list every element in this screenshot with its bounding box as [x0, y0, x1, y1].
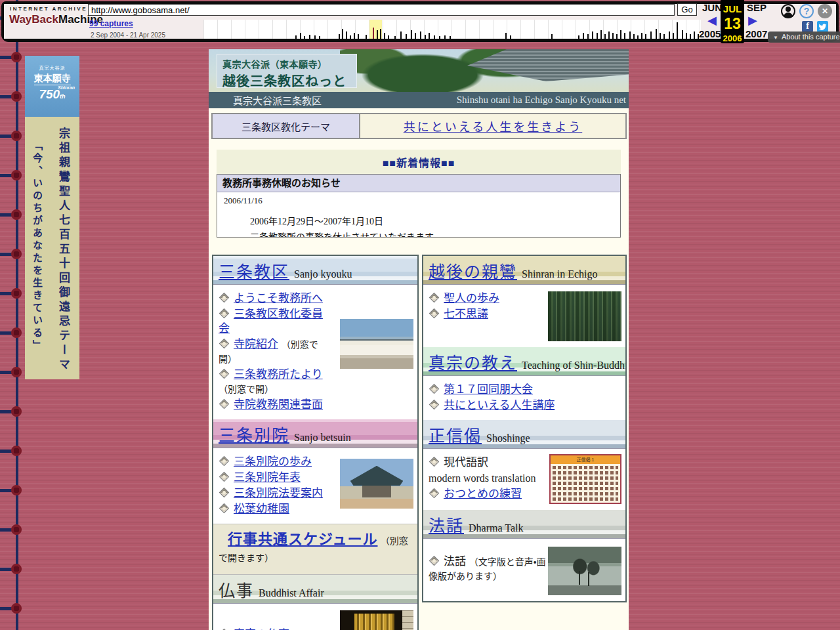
chevron-down-icon: ▼ [773, 35, 778, 41]
diamond-bullet-icon [429, 400, 440, 410]
sanjo-kyouku-body: ようこそ教務所へ 三条教区教化委員会 寺院紹介 （別窓で開） 三条教務所たより … [213, 285, 417, 419]
subtitle-english: Shinshu otani ha Echigo Sanjo Kyouku net [457, 94, 626, 106]
list-item: 三条別院の歩み [219, 455, 331, 469]
link-temple-documents[interactable]: 寺院教務関連書面 [234, 398, 323, 411]
shinran-750th-logo: 750thShinran [25, 87, 79, 102]
list-item: 法話 （文字版と音声・画像版があります） [429, 555, 548, 583]
link-matsuba-kindergarten[interactable]: 松葉幼稚園 [234, 503, 289, 515]
diamond-bullet-icon [429, 488, 440, 499]
prev-month-label[interactable]: JUN [702, 3, 722, 14]
left-column: 三条教区Sanjo kyouku ようこそ教務所へ 三条教区教化委員会 寺院紹介… [212, 255, 419, 630]
link-kyouka-committee[interactable]: 三条教区教化委員会 [219, 308, 323, 335]
section-shoshinge-header: 正信偈Shoshinge [423, 420, 625, 449]
sanjo-kyouku-subtitle: Sanjo kyouku [294, 268, 352, 280]
wayback-toolbar: INTERNET ARCHIVE WayBackMachine Go 99 ca… [1, 1, 839, 42]
new-window-note: （別窓で開） [219, 384, 274, 394]
help-icon[interactable]: ? [799, 4, 814, 18]
current-capture-block[interactable]: JUL 13 2006 [721, 0, 744, 43]
betsuin-temple-photo [340, 459, 413, 509]
diamond-bullet-icon [219, 293, 230, 303]
internet-archive-label: INTERNET ARCHIVE [9, 7, 88, 12]
link-life-course[interactable]: 共にといえる人生講座 [444, 399, 555, 411]
bamboo-forest-photo [548, 291, 621, 341]
close-toolbar-icon[interactable]: ✕ [818, 4, 832, 18]
news-box: 教務所事務休暇のお知らせ 2006/11/16 2006年12月29日～2007… [217, 174, 621, 238]
modern-translation-label: 現代語訳 [444, 456, 488, 469]
shoshinge-items: 現代語訳 modern words translation おつとめの練習 [429, 454, 548, 504]
list-item: 共にといえる人生講座 [429, 398, 621, 413]
memorial-slogan-text: 「今、いのちがあなたを生きている」 [30, 140, 44, 352]
link-temple-intro[interactable]: 寺院紹介 [234, 338, 278, 350]
sect-label: 真宗大谷派 [25, 64, 79, 71]
sanjo-betsuin-links: 三条別院の歩み 三条別院年表 三条別院法要案内 松葉幼稚園 [219, 453, 331, 518]
butsuji-body: 真宗の仏事 よくある質問 [213, 604, 417, 630]
theme-table: 三条教区教化テーマ 共にといえる人生を生きよう [211, 113, 627, 139]
sanjo-betsuin-subtitle: Sanjo betsuin [294, 432, 351, 443]
dharma-talk-body: 法話 （文字版と音声・画像版があります） [423, 539, 625, 601]
diamond-bullet-icon [219, 339, 230, 349]
theme-link[interactable]: 共にといえる人生を生きよう [404, 117, 582, 135]
sanjo-betsuin-title-link[interactable]: 三条別院 [219, 427, 289, 444]
wayback-logo[interactable]: INTERNET ARCHIVE WayBackMachine [9, 7, 88, 26]
stitched-binding-decoration [0, 0, 26, 630]
link-betsuin-timeline[interactable]: 三条別院年表 [234, 471, 301, 484]
link-office-newsletter[interactable]: 三条教務所たより [234, 368, 323, 381]
shinran-echigo-title-link[interactable]: 越後の親鸞 [429, 263, 517, 281]
dharma-talk-items: 法話 （文字版と音声・画像版があります） [429, 544, 548, 595]
shinshu-teaching-body: 第１７回同朋大会 共にといえる人生講座 [423, 376, 625, 420]
archived-url-input[interactable] [88, 4, 675, 16]
twitter-share-icon[interactable] [817, 21, 828, 32]
link-welcome-office[interactable]: ようこそ教務所へ [234, 292, 323, 304]
shinshu-teaching-title-link[interactable]: 真宗の教え [429, 354, 517, 372]
dharma-talk-title-link[interactable]: 法話 [429, 517, 464, 535]
diamond-bullet-icon [219, 369, 230, 379]
vertical-theme-banner: 真宗大谷派 東本願寺 750thShinran 宗祖親鸞聖人七百五十回御遠忌テー… [25, 56, 79, 379]
prev-year-label[interactable]: 2005 [699, 29, 721, 40]
theme-label-cell: 三条教区教化テーマ [213, 114, 360, 138]
list-item: 三条別院法要案内 [219, 486, 331, 501]
capture-sparkline[interactable] [203, 20, 701, 39]
captures-link[interactable]: 99 captures [89, 20, 133, 28]
subtitle-japanese: 真宗大谷派三条教区 [233, 93, 322, 107]
capture-date-range: 2 Sep 2004 - 21 Apr 2025 [91, 32, 165, 39]
prev-capture-arrow[interactable]: ◀ [707, 14, 717, 28]
next-capture-arrow[interactable]: ▶ [748, 14, 757, 28]
diamond-bullet-icon [219, 503, 230, 514]
news-body-line1: 2006年12月29日～2007年1月10日 [250, 214, 614, 227]
link-betsuin-history[interactable]: 三条別院の歩み [234, 455, 312, 468]
current-day-label: 13 [721, 16, 744, 32]
wayback-machine-logo: WayBackMachine [9, 14, 88, 26]
shoshinge-body: 現代語訳 modern words translation おつとめの練習 正信… [423, 449, 625, 510]
next-year-label[interactable]: 2007 [746, 29, 767, 40]
next-month-label[interactable]: SEP [747, 3, 766, 14]
section-dharma-talk-header: 法話Dharma Talk [423, 510, 625, 539]
site-header-banner: 真宗大谷派（東本願寺） 越後三条教区ねっと [209, 49, 629, 92]
shoshinge-title-link[interactable]: 正信偈 [429, 427, 482, 445]
list-item: 三条教区教化委員会 [219, 307, 331, 336]
diamond-bullet-icon [219, 488, 230, 498]
sanjo-kyouku-title-link[interactable]: 三条教区 [219, 263, 289, 281]
link-betsuin-services[interactable]: 三条別院法要案内 [234, 487, 323, 499]
link-saint-walk[interactable]: 聖人の歩み [444, 292, 499, 304]
current-year-label: 2006 [721, 34, 744, 43]
current-month-label: JUL [721, 4, 744, 15]
news-title: ■■新着情報■■ [217, 150, 621, 174]
account-icon[interactable] [781, 4, 795, 18]
link-doubou-convention[interactable]: 第１７回同朋大会 [444, 383, 533, 396]
butsuji-subtitle: Buddhist Affair [259, 587, 324, 598]
list-item: 第１７回同朋大会 [429, 383, 621, 397]
sanjo-betsuin-body: 三条別院の歩み 三条別院年表 三条別院法要案内 松葉幼稚園 [213, 448, 417, 524]
link-seven-wonders[interactable]: 七不思議 [444, 308, 488, 320]
site-title-line2: 越後三条教区ねっと [222, 71, 351, 90]
event-schedule-link[interactable]: 行事共通スケジュール [228, 531, 377, 547]
about-this-capture[interactable]: ▼About this capture [768, 32, 840, 43]
link-chanting-practice[interactable]: おつとめの練習 [444, 488, 522, 500]
scripture-text-pattern [553, 466, 618, 501]
list-item: 七不思議 [429, 307, 548, 322]
site-title-line1: 真宗大谷派（東本願寺） [222, 57, 351, 70]
facebook-share-icon[interactable]: f [802, 21, 813, 32]
memorial-theme-text: 宗祖親鸞聖人七百五十回御遠忌テーマ [55, 127, 72, 373]
dharma-talk-subtitle: Dharma Talk [469, 522, 523, 534]
news-panel: ■■新着情報■■ 教務所事務休暇のお知らせ 2006/11/16 2006年12… [217, 150, 621, 238]
go-button[interactable]: Go [677, 3, 697, 16]
